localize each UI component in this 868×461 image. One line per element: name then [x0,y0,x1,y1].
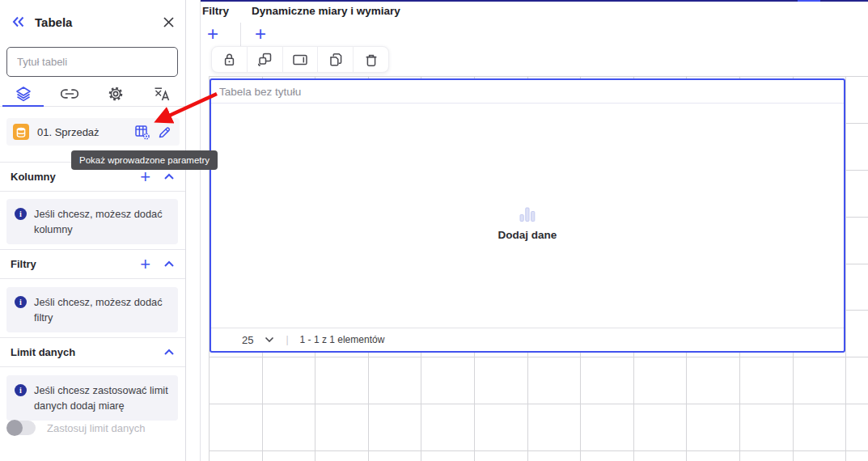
dataset-source-icon [13,124,29,140]
info-box-filtry: i Jeśli chcesz, możesz dodać filtry [6,287,178,332]
info-box-kolumny: i Jeśli chcesz, możesz dodać kolumny [6,199,178,244]
delete-icon[interactable] [353,47,388,72]
close-icon[interactable] [163,16,175,28]
limit-toggle-row: Zastosuj limit danych [8,421,145,435]
panel-header: Tabela [11,11,175,32]
edit-icon[interactable] [158,125,171,139]
pagination-separator: | [286,334,288,345]
collapse-section-icon[interactable] [163,173,175,180]
canvas-dynamic-measures-header: Dynamiczne miary i wymiary [252,5,400,17]
add-column-button[interactable]: + [140,168,150,186]
add-data-label: Dodaj dane [211,229,844,241]
widget-empty-state[interactable]: Dodaj dane [211,206,844,241]
panel-tabs [0,82,185,107]
swap-widget-icon[interactable] [247,47,282,72]
chevron-down-icon [265,336,274,343]
info-box-limit-danych: i Jeśli chcesz zastosować limit danych d… [6,375,178,421]
add-filter-button[interactable]: + [140,256,150,273]
section-title: Kolumny [11,171,56,183]
table-widget[interactable]: Tabela bez tytułu Dodaj dane 25 | 1 - 1 … [210,78,845,353]
collapse-section-icon[interactable] [163,349,175,356]
widget-title-row[interactable]: Tabela bez tytułu [211,80,844,104]
info-text: Jeśli chcesz zastosować limit danych dod… [34,383,171,413]
table-editor-screen: Filtry Dynamiczne miary i wymiary + + [0,0,868,461]
add-canvas-filter-button[interactable]: + [207,24,218,44]
table-settings-panel: Tabela [0,0,186,461]
section-header-filtry: Filtry + [0,249,185,279]
show-parameters-icon[interactable] [134,125,150,140]
page-size-dropdown[interactable] [265,336,274,343]
page-size-value[interactable]: 25 [242,334,253,346]
panel-right-icon[interactable] [282,47,318,72]
collapse-panel-icon[interactable] [11,15,26,28]
section-header-limit-danych: Limit danych [0,337,185,367]
add-dynamic-measure-button[interactable]: + [255,24,266,44]
dataset-label: 01. Sprzedaż [37,126,134,138]
canvas-filters-header: Filtry [202,5,229,17]
canvas-top-line [201,0,868,2]
tab-layers[interactable] [0,82,46,106]
info-text: Jeśli chcesz, możesz dodać filtry [34,294,171,325]
panel-title: Tabela [35,15,72,29]
tab-translate[interactable] [139,82,185,106]
bar-chart-icon [518,206,537,222]
dataset-row[interactable]: 01. Sprzedaż [6,118,180,146]
collapse-section-icon[interactable] [163,260,175,268]
limit-toggle[interactable] [8,421,36,435]
info-icon: i [15,208,27,220]
copy-icon[interactable] [317,47,353,72]
section-title: Filtry [11,258,36,270]
layers-icon [15,86,32,102]
gear-icon [108,86,124,102]
section-title: Limit danych [11,346,75,358]
limit-toggle-label: Zastosuj limit danych [47,422,145,434]
info-text: Jeśli chcesz, możesz dodać kolumny [34,206,171,237]
parameters-tooltip: Pokaż wprowadzone parametry [71,150,218,170]
tab-link[interactable] [46,82,92,106]
link-icon [61,88,78,99]
canvas-top-line-highlight [798,0,820,2]
info-icon: i [15,296,27,308]
table-title-input[interactable] [6,47,178,77]
toggle-knob [6,420,23,436]
dashboard-canvas: Filtry Dynamiczne miary i wymiary + + [200,0,868,461]
pagination-range: 1 - 1 z 1 elementów [300,334,385,345]
tab-settings[interactable] [93,82,139,106]
translate-icon [154,87,170,101]
widget-toolbar [211,46,389,73]
lock-icon[interactable] [212,47,247,72]
widget-title: Tabela bez tytułu [219,86,301,98]
info-icon: i [15,384,27,396]
widget-pagination: 25 | 1 - 1 z 1 elementów [211,328,844,351]
